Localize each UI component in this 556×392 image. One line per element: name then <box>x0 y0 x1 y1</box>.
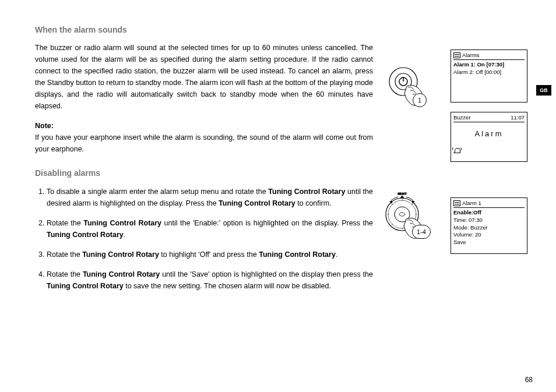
lcd-row: Time: 07:30 <box>453 217 525 224</box>
alarm-bell-icon <box>453 147 460 153</box>
lcd-row: Alarm 1: On [07:30] <box>453 61 525 69</box>
section-title-1: When the alarm sounds <box>35 23 373 36</box>
svg-point-7 <box>399 213 405 216</box>
lcd-title: Buzzer <box>453 114 509 121</box>
lcd-row: Alarm 2: Off [00:00] <box>453 69 525 76</box>
step-2: Rotate the Tuning Control Rotary until t… <box>47 217 373 241</box>
main-column: When the alarm sounds The buzzer or radi… <box>35 23 373 292</box>
language-tab: GB <box>536 85 551 96</box>
steps-list: To disable a single alarm enter the alar… <box>35 186 373 292</box>
step-4: Rotate the Tuning Control Rotary until t… <box>47 269 373 292</box>
lcd-row: Mode: Buzzer <box>453 224 525 232</box>
note-label: Note: <box>35 120 373 132</box>
lcd-center-text: Alarm <box>453 123 525 146</box>
section-title-2: Disabling alarms <box>35 167 373 179</box>
lcd-alarms: Alarms Alarm 1: On [07:30] Alarm 2: Off … <box>451 50 527 103</box>
step-1: To disable a single alarm enter the alar… <box>47 186 373 209</box>
body-paragraph: The buzzer or radio alarm will sound at … <box>35 42 373 112</box>
lcd-row: Save <box>453 239 525 246</box>
side-column: Alarms Alarm 1: On [07:30] Alarm 2: Off … <box>451 50 527 171</box>
step-badge: 1-4 <box>412 225 431 239</box>
lcd-row: Volume: 20 <box>453 231 525 239</box>
note-text: If you have your earphone insert while t… <box>35 132 373 155</box>
page-number: 68 <box>525 376 533 384</box>
lcd-title: Alarm 1 <box>462 200 525 206</box>
tuning-rotary-illustration: SELECT 1-4 <box>382 192 434 242</box>
lcd-buzzer: Buzzer 11:07 Alarm <box>451 112 527 162</box>
lcd-alarm1: Alarm 1 Enable:Off Time: 07:30 Mode: Buz… <box>451 197 527 254</box>
lcd-title: Alarms <box>462 52 525 58</box>
page: When the alarm sounds The buzzer or radi… <box>0 0 556 392</box>
list-icon <box>453 52 460 58</box>
lcd-time: 11:07 <box>511 114 525 121</box>
step-3: Rotate the Tuning Control Rotary to high… <box>47 249 373 260</box>
lcd-row: Enable:Off <box>453 209 525 217</box>
list-icon <box>453 200 460 206</box>
svg-text:SELECT: SELECT <box>397 192 407 195</box>
step-badge: 1 <box>413 93 427 107</box>
power-button-illustration: 1 <box>385 63 431 110</box>
